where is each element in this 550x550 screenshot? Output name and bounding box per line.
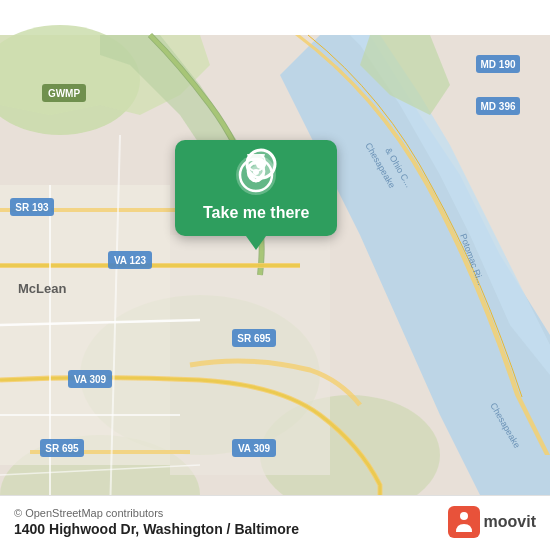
svg-text:SR 695: SR 695: [237, 333, 271, 344]
svg-text:SR 193: SR 193: [15, 202, 49, 213]
map-container: Chesapeake & Ohio C... Potomac Ri... Che…: [0, 0, 550, 550]
svg-text:VA 123: VA 123: [114, 255, 147, 266]
bottom-bar: © OpenStreetMap contributors 1400 Highwo…: [0, 495, 550, 550]
svg-point-56: [460, 512, 468, 520]
copyright-text: © OpenStreetMap contributors: [14, 507, 299, 519]
bottom-info: © OpenStreetMap contributors 1400 Highwo…: [14, 507, 299, 537]
popup-box[interactable]: Take me there: [175, 140, 337, 236]
svg-text:VA 309: VA 309: [74, 374, 107, 385]
svg-text:VA 309: VA 309: [238, 443, 271, 454]
moovit-icon: [448, 506, 480, 538]
svg-text:MD 190: MD 190: [480, 59, 515, 70]
popup-label: Take me there: [203, 204, 309, 222]
svg-text:MD 396: MD 396: [480, 101, 515, 112]
svg-text:McLean: McLean: [18, 281, 66, 296]
map-popup[interactable]: Take me there: [175, 140, 337, 250]
location-pin-icon: [235, 154, 277, 196]
svg-text:SR 695: SR 695: [45, 443, 79, 454]
svg-text:GWMP: GWMP: [48, 88, 81, 99]
address-text: 1400 Highwood Dr, Washington / Baltimore: [14, 521, 299, 537]
moovit-logo: moovit: [448, 506, 536, 538]
svg-rect-55: [448, 506, 480, 538]
moovit-text: moovit: [484, 513, 536, 531]
map-background: Chesapeake & Ohio C... Potomac Ri... Che…: [0, 0, 550, 550]
popup-tail: [246, 236, 266, 250]
svg-point-51: [253, 159, 260, 166]
